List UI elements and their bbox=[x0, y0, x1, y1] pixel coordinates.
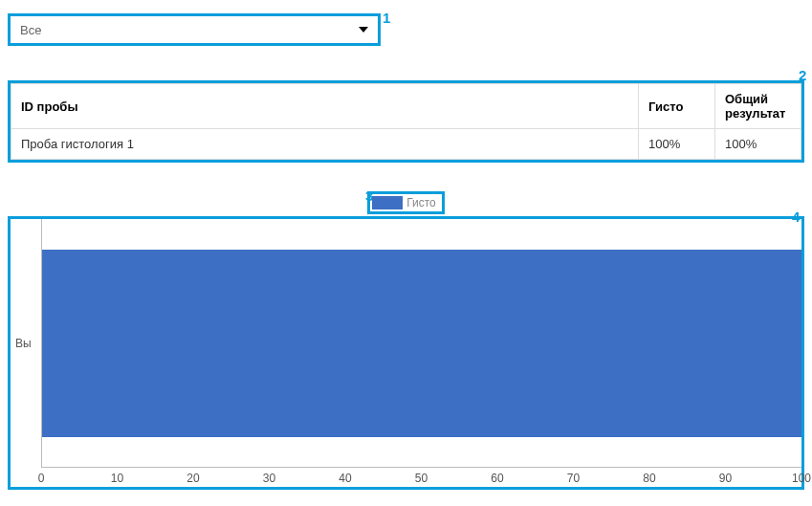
x-tick: 0 bbox=[38, 472, 45, 485]
cell-id: Проба гистология 1 bbox=[11, 129, 639, 160]
x-tick: 100 bbox=[792, 472, 811, 485]
filter-dropdown[interactable]: Все bbox=[8, 13, 381, 46]
x-tick: 90 bbox=[719, 472, 732, 485]
x-tick: 10 bbox=[111, 472, 123, 485]
x-tick: 70 bbox=[567, 472, 580, 485]
chart-bar bbox=[42, 250, 801, 437]
results-table: ID пробы Гисто Общий результат Проба гис… bbox=[11, 83, 801, 160]
col-header-id: ID пробы bbox=[11, 84, 639, 129]
x-tick: 50 bbox=[415, 472, 428, 485]
chart-frame: Вы 0102030405060708090100 bbox=[8, 216, 804, 490]
x-axis-ticks: 0102030405060708090100 bbox=[41, 468, 801, 487]
cell-gisto: 100% bbox=[639, 129, 715, 160]
x-tick: 80 bbox=[643, 472, 655, 485]
chart-legend: Гисто bbox=[367, 191, 445, 214]
col-header-gisto: Гисто bbox=[639, 84, 715, 129]
legend-label: Гисто bbox=[406, 196, 436, 209]
chart-plot-area: Вы bbox=[41, 219, 801, 468]
table-header-row: ID пробы Гисто Общий результат bbox=[11, 84, 801, 129]
x-tick: 60 bbox=[491, 472, 503, 485]
cell-result: 100% bbox=[715, 129, 801, 160]
x-tick: 20 bbox=[187, 472, 199, 485]
y-axis-label: Вы bbox=[15, 337, 32, 350]
callout-2: 2 bbox=[799, 67, 806, 83]
legend-swatch bbox=[372, 196, 403, 209]
dropdown-selected-label: Все bbox=[20, 23, 41, 37]
x-tick: 30 bbox=[263, 472, 275, 485]
col-header-result: Общий результат bbox=[715, 84, 801, 129]
callout-1: 1 bbox=[383, 10, 390, 26]
chevron-down-icon bbox=[359, 27, 368, 33]
x-tick: 40 bbox=[339, 472, 351, 485]
results-table-container: ID пробы Гисто Общий результат Проба гис… bbox=[8, 80, 804, 163]
table-row: Проба гистология 1 100% 100% bbox=[11, 129, 801, 160]
